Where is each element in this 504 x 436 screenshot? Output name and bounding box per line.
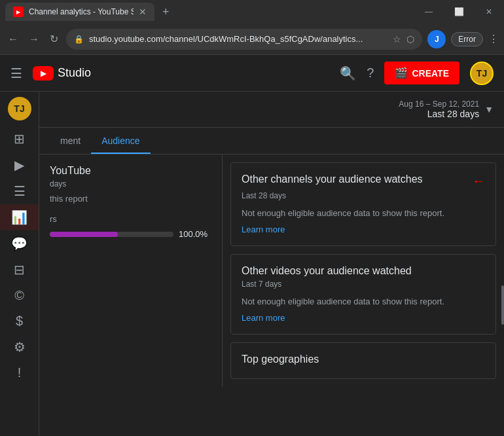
sidebar-item-dashboard[interactable]: ⊞ (0, 126, 39, 152)
sidebar-item-earn[interactable]: $ (0, 308, 39, 334)
date-range-selector[interactable]: Aug 16 – Sep 12, 2021 Last 28 days ▼ (399, 100, 494, 119)
videos-icon: ▶ (14, 157, 24, 173)
sidebar-item-analytics[interactable]: 📊 (0, 204, 39, 230)
other-channels-card: Other channels your audience watches ← L… (230, 162, 496, 246)
date-range-bar: Aug 16 – Sep 12, 2021 Last 28 days ▼ (39, 92, 504, 128)
reload-button[interactable]: ↻ (47, 30, 61, 48)
tab-close-btn[interactable]: ✕ (139, 7, 147, 17)
dashboard-icon: ⊞ (14, 131, 25, 147)
maximize-button[interactable]: ⬜ (444, 0, 474, 24)
studio-label: Studio (58, 66, 91, 80)
card-header-other-channels: Other channels your audience watches ← (242, 173, 485, 189)
youtube-icon (33, 66, 54, 81)
hamburger-menu[interactable]: ☰ (10, 65, 22, 81)
progress-bar-container: 100.0% (50, 229, 211, 239)
new-tab-button[interactable]: + (162, 5, 170, 19)
analytics-content: YouTube days this report rs 100.0% (39, 154, 504, 387)
right-panel: Other channels your audience watches ← L… (223, 154, 504, 387)
card-header-top-geo: Top geographies (242, 354, 485, 365)
other-videos-card: Other videos your audience watched Last … (230, 254, 496, 335)
card-link-other-videos[interactable]: Learn more (242, 313, 285, 323)
search-icon[interactable]: 🔍 (340, 65, 356, 81)
url-text: studio.youtube.com/channel/UCdkWmRcI-Bkh… (89, 34, 387, 44)
left-panel-note: this report (50, 194, 211, 204)
sidebar-item-videos[interactable]: ▶ (0, 152, 39, 178)
sidebar-avatar[interactable]: TJ (8, 97, 31, 120)
window-controls: — ⬜ ✕ (414, 0, 504, 24)
sidebar-item-comments[interactable]: 💬 (0, 230, 39, 257)
date-range-text: Aug 16 – Sep 12, 2021 Last 28 days (399, 100, 479, 119)
browser-profile-avatar[interactable]: J (427, 30, 446, 48)
sidebar-item-feedback[interactable]: ! (0, 360, 39, 386)
error-button[interactable]: Error (451, 32, 483, 46)
subtitles-icon: ⊟ (14, 262, 25, 278)
earn-icon: $ (16, 314, 23, 329)
copyright-icon: © (14, 288, 24, 303)
top-geographies-card: Top geographies (230, 342, 496, 379)
card-subtitle-other-videos: Last 7 days (242, 280, 485, 289)
tabs-bar: ment Audience (39, 128, 504, 154)
progress-bar-fill (50, 232, 118, 237)
sidebar-item-subtitles[interactable]: ⊟ (0, 257, 39, 283)
create-button-label: CREATE (412, 68, 449, 79)
logo: Studio (33, 66, 91, 81)
sidebar-item-playlists[interactable]: ☰ (0, 178, 39, 204)
browser-menu-button[interactable]: ⋮ (488, 33, 499, 45)
date-range-label: Last 28 days (399, 109, 479, 119)
page-content: Aug 16 – Sep 12, 2021 Last 28 days ▼ men… (39, 92, 504, 436)
card-note-other-videos: Not enough eligible audience data to sho… (242, 297, 485, 306)
date-range-chevron-icon: ▼ (484, 104, 494, 115)
card-header-other-videos: Other videos your audience watched (242, 265, 485, 277)
active-tab[interactable]: Channel analytics - YouTube Stu... ✕ (5, 3, 154, 21)
playlists-icon: ☰ (14, 183, 26, 199)
url-bar[interactable]: 🔒 studio.youtube.com/channel/UCdkWmRcI-B… (66, 29, 422, 50)
comments-icon: 💬 (11, 236, 27, 251)
sidebar: TJ ⊞ ▶ ☰ 📊 💬 ⊟ © $ (0, 92, 39, 436)
card-note-other-channels: Not enough eligible audience data to sho… (242, 208, 485, 218)
tab-title: Channel analytics - YouTube Stu... (29, 7, 134, 16)
close-button[interactable]: ✕ (474, 0, 504, 24)
settings-icon: ⚙ (14, 339, 26, 355)
left-panel: YouTube days this report rs 100.0% (39, 154, 223, 387)
profile-avatar[interactable]: TJ (470, 62, 494, 85)
tab-audience[interactable]: Audience (91, 128, 150, 154)
feedback-icon: ! (18, 365, 22, 380)
lock-icon: 🔒 (74, 35, 84, 44)
browser-chrome: Channel analytics - YouTube Stu... ✕ + —… (0, 0, 504, 55)
extension-icon[interactable]: ⬡ (406, 34, 414, 45)
card-title-top-geo: Top geographies (242, 354, 319, 365)
main-content: TJ ⊞ ▶ ☰ 📊 💬 ⊟ © $ (0, 92, 504, 436)
analytics-icon: 📊 (11, 209, 27, 225)
help-icon[interactable]: ? (367, 65, 374, 81)
bookmark-icon[interactable]: ☆ (393, 34, 401, 45)
minimize-button[interactable]: — (414, 0, 444, 24)
card-subtitle-other-channels: Last 28 days (242, 191, 485, 200)
top-nav: ☰ Studio 🔍 ? 🎬 CREATE TJ (0, 55, 504, 92)
app: ☰ Studio 🔍 ? 🎬 CREATE TJ TJ ⊞ ▶ ☰ (0, 55, 504, 436)
sidebar-item-settings[interactable]: ⚙ (0, 334, 39, 360)
left-panel-subtitle: days (50, 179, 211, 189)
card-title-other-videos: Other videos your audience watched (242, 265, 412, 277)
progress-bar-track (50, 232, 173, 237)
address-bar: ← → ↻ 🔒 studio.youtube.com/channel/UCdkW… (0, 24, 504, 55)
card-title-text: Other channels your audience watches (242, 173, 423, 185)
scrollbar[interactable] (501, 285, 504, 325)
viewers-label: rs (50, 214, 211, 224)
tab-favicon (13, 7, 24, 17)
card-link-other-channels[interactable]: Learn more (242, 225, 285, 234)
create-button[interactable]: 🎬 CREATE (384, 62, 459, 84)
create-button-icon: 🎬 (395, 67, 408, 79)
progress-percentage: 100.0% (179, 229, 211, 239)
sidebar-item-copyright[interactable]: © (0, 283, 39, 308)
tab-overview[interactable]: ment (50, 128, 91, 154)
red-arrow-icon: ← (472, 173, 485, 189)
card-title-other-channels: Other channels your audience watches (242, 173, 423, 185)
date-range-subtitle: Aug 16 – Sep 12, 2021 (399, 100, 479, 109)
left-panel-title: YouTube (50, 165, 211, 177)
back-button[interactable]: ← (5, 31, 21, 48)
forward-button[interactable]: → (26, 31, 42, 48)
